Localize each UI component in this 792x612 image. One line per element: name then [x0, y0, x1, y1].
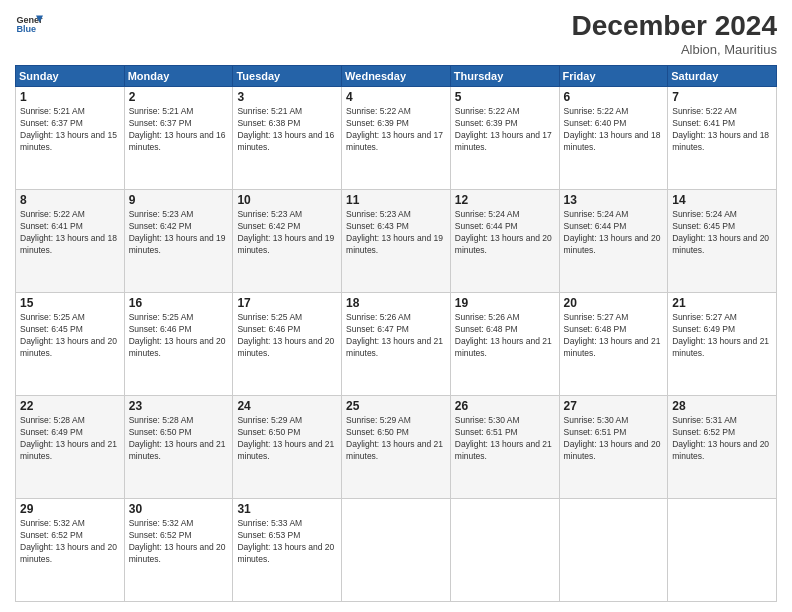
calendar-cell — [559, 499, 668, 602]
day-number: 1 — [20, 90, 120, 104]
calendar-cell: 14Sunrise: 5:24 AMSunset: 6:45 PMDayligh… — [668, 190, 777, 293]
cell-info: Sunrise: 5:26 AMSunset: 6:47 PMDaylight:… — [346, 312, 443, 358]
cell-info: Sunrise: 5:24 AMSunset: 6:44 PMDaylight:… — [564, 209, 661, 255]
calendar-cell: 30Sunrise: 5:32 AMSunset: 6:52 PMDayligh… — [124, 499, 233, 602]
cell-info: Sunrise: 5:22 AMSunset: 6:40 PMDaylight:… — [564, 106, 661, 152]
day-number: 3 — [237, 90, 337, 104]
day-number: 4 — [346, 90, 446, 104]
location: Albion, Mauritius — [572, 42, 777, 57]
weekday-header-sunday: Sunday — [16, 66, 125, 87]
cell-info: Sunrise: 5:25 AMSunset: 6:46 PMDaylight:… — [237, 312, 334, 358]
cell-info: Sunrise: 5:21 AMSunset: 6:38 PMDaylight:… — [237, 106, 334, 152]
cell-info: Sunrise: 5:25 AMSunset: 6:45 PMDaylight:… — [20, 312, 117, 358]
weekday-header-saturday: Saturday — [668, 66, 777, 87]
day-number: 31 — [237, 502, 337, 516]
weekday-header-wednesday: Wednesday — [342, 66, 451, 87]
logo-icon: General Blue — [15, 10, 43, 38]
day-number: 12 — [455, 193, 555, 207]
cell-info: Sunrise: 5:23 AMSunset: 6:42 PMDaylight:… — [237, 209, 334, 255]
calendar-cell: 5Sunrise: 5:22 AMSunset: 6:39 PMDaylight… — [450, 87, 559, 190]
cell-info: Sunrise: 5:30 AMSunset: 6:51 PMDaylight:… — [455, 415, 552, 461]
calendar-cell: 28Sunrise: 5:31 AMSunset: 6:52 PMDayligh… — [668, 396, 777, 499]
day-number: 6 — [564, 90, 664, 104]
calendar-cell: 10Sunrise: 5:23 AMSunset: 6:42 PMDayligh… — [233, 190, 342, 293]
day-number: 30 — [129, 502, 229, 516]
page: General Blue December 2024 Albion, Mauri… — [0, 0, 792, 612]
calendar-cell: 29Sunrise: 5:32 AMSunset: 6:52 PMDayligh… — [16, 499, 125, 602]
day-number: 5 — [455, 90, 555, 104]
cell-info: Sunrise: 5:25 AMSunset: 6:46 PMDaylight:… — [129, 312, 226, 358]
cell-info: Sunrise: 5:30 AMSunset: 6:51 PMDaylight:… — [564, 415, 661, 461]
day-number: 28 — [672, 399, 772, 413]
calendar-cell: 13Sunrise: 5:24 AMSunset: 6:44 PMDayligh… — [559, 190, 668, 293]
header: General Blue December 2024 Albion, Mauri… — [15, 10, 777, 57]
week-row-5: 29Sunrise: 5:32 AMSunset: 6:52 PMDayligh… — [16, 499, 777, 602]
calendar-cell: 15Sunrise: 5:25 AMSunset: 6:45 PMDayligh… — [16, 293, 125, 396]
cell-info: Sunrise: 5:22 AMSunset: 6:41 PMDaylight:… — [672, 106, 769, 152]
svg-text:Blue: Blue — [16, 24, 36, 34]
cell-info: Sunrise: 5:27 AMSunset: 6:49 PMDaylight:… — [672, 312, 769, 358]
calendar-cell — [668, 499, 777, 602]
calendar-table: SundayMondayTuesdayWednesdayThursdayFrid… — [15, 65, 777, 602]
day-number: 24 — [237, 399, 337, 413]
weekday-header-thursday: Thursday — [450, 66, 559, 87]
calendar-cell: 1Sunrise: 5:21 AMSunset: 6:37 PMDaylight… — [16, 87, 125, 190]
cell-info: Sunrise: 5:23 AMSunset: 6:42 PMDaylight:… — [129, 209, 226, 255]
calendar-cell: 18Sunrise: 5:26 AMSunset: 6:47 PMDayligh… — [342, 293, 451, 396]
week-row-4: 22Sunrise: 5:28 AMSunset: 6:49 PMDayligh… — [16, 396, 777, 499]
cell-info: Sunrise: 5:28 AMSunset: 6:49 PMDaylight:… — [20, 415, 117, 461]
calendar-cell: 27Sunrise: 5:30 AMSunset: 6:51 PMDayligh… — [559, 396, 668, 499]
calendar-cell: 31Sunrise: 5:33 AMSunset: 6:53 PMDayligh… — [233, 499, 342, 602]
calendar-cell: 23Sunrise: 5:28 AMSunset: 6:50 PMDayligh… — [124, 396, 233, 499]
week-row-2: 8Sunrise: 5:22 AMSunset: 6:41 PMDaylight… — [16, 190, 777, 293]
day-number: 26 — [455, 399, 555, 413]
calendar-cell: 22Sunrise: 5:28 AMSunset: 6:49 PMDayligh… — [16, 396, 125, 499]
cell-info: Sunrise: 5:23 AMSunset: 6:43 PMDaylight:… — [346, 209, 443, 255]
day-number: 21 — [672, 296, 772, 310]
cell-info: Sunrise: 5:32 AMSunset: 6:52 PMDaylight:… — [20, 518, 117, 564]
cell-info: Sunrise: 5:24 AMSunset: 6:45 PMDaylight:… — [672, 209, 769, 255]
calendar-cell: 16Sunrise: 5:25 AMSunset: 6:46 PMDayligh… — [124, 293, 233, 396]
calendar-cell: 20Sunrise: 5:27 AMSunset: 6:48 PMDayligh… — [559, 293, 668, 396]
cell-info: Sunrise: 5:27 AMSunset: 6:48 PMDaylight:… — [564, 312, 661, 358]
weekday-header-row: SundayMondayTuesdayWednesdayThursdayFrid… — [16, 66, 777, 87]
cell-info: Sunrise: 5:22 AMSunset: 6:39 PMDaylight:… — [346, 106, 443, 152]
cell-info: Sunrise: 5:21 AMSunset: 6:37 PMDaylight:… — [20, 106, 117, 152]
day-number: 11 — [346, 193, 446, 207]
day-number: 18 — [346, 296, 446, 310]
day-number: 16 — [129, 296, 229, 310]
calendar-cell: 24Sunrise: 5:29 AMSunset: 6:50 PMDayligh… — [233, 396, 342, 499]
calendar-cell: 6Sunrise: 5:22 AMSunset: 6:40 PMDaylight… — [559, 87, 668, 190]
cell-info: Sunrise: 5:29 AMSunset: 6:50 PMDaylight:… — [346, 415, 443, 461]
calendar-cell: 26Sunrise: 5:30 AMSunset: 6:51 PMDayligh… — [450, 396, 559, 499]
day-number: 27 — [564, 399, 664, 413]
calendar-cell — [342, 499, 451, 602]
day-number: 8 — [20, 193, 120, 207]
cell-info: Sunrise: 5:24 AMSunset: 6:44 PMDaylight:… — [455, 209, 552, 255]
day-number: 15 — [20, 296, 120, 310]
calendar-cell: 21Sunrise: 5:27 AMSunset: 6:49 PMDayligh… — [668, 293, 777, 396]
cell-info: Sunrise: 5:28 AMSunset: 6:50 PMDaylight:… — [129, 415, 226, 461]
title-block: December 2024 Albion, Mauritius — [572, 10, 777, 57]
cell-info: Sunrise: 5:26 AMSunset: 6:48 PMDaylight:… — [455, 312, 552, 358]
day-number: 25 — [346, 399, 446, 413]
calendar-cell: 8Sunrise: 5:22 AMSunset: 6:41 PMDaylight… — [16, 190, 125, 293]
day-number: 2 — [129, 90, 229, 104]
cell-info: Sunrise: 5:29 AMSunset: 6:50 PMDaylight:… — [237, 415, 334, 461]
day-number: 7 — [672, 90, 772, 104]
cell-info: Sunrise: 5:31 AMSunset: 6:52 PMDaylight:… — [672, 415, 769, 461]
cell-info: Sunrise: 5:22 AMSunset: 6:39 PMDaylight:… — [455, 106, 552, 152]
calendar-cell: 11Sunrise: 5:23 AMSunset: 6:43 PMDayligh… — [342, 190, 451, 293]
calendar-cell: 25Sunrise: 5:29 AMSunset: 6:50 PMDayligh… — [342, 396, 451, 499]
cell-info: Sunrise: 5:22 AMSunset: 6:41 PMDaylight:… — [20, 209, 117, 255]
day-number: 19 — [455, 296, 555, 310]
logo: General Blue — [15, 10, 43, 38]
calendar-cell: 12Sunrise: 5:24 AMSunset: 6:44 PMDayligh… — [450, 190, 559, 293]
week-row-3: 15Sunrise: 5:25 AMSunset: 6:45 PMDayligh… — [16, 293, 777, 396]
weekday-header-friday: Friday — [559, 66, 668, 87]
day-number: 14 — [672, 193, 772, 207]
day-number: 22 — [20, 399, 120, 413]
weekday-header-monday: Monday — [124, 66, 233, 87]
day-number: 10 — [237, 193, 337, 207]
day-number: 13 — [564, 193, 664, 207]
